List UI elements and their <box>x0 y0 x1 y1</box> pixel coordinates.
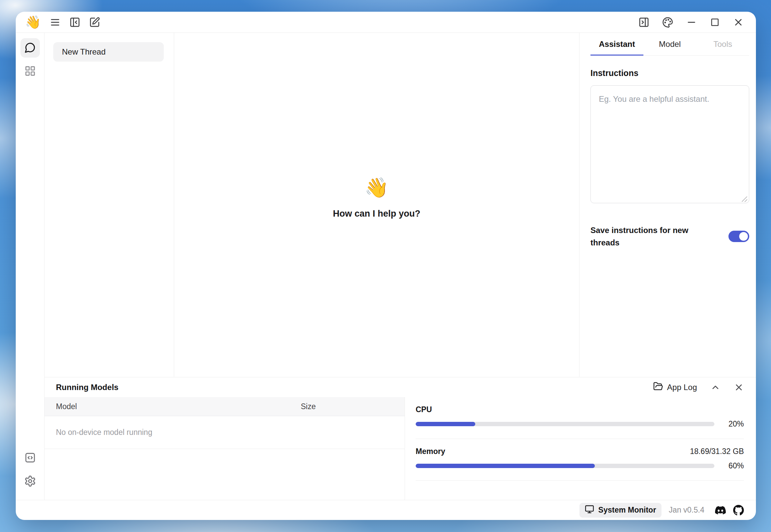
content-column: New Thread 👋 How can I help you? Assi <box>45 33 756 500</box>
cpu-progress-fill <box>416 422 475 426</box>
app-log-label: App Log <box>667 383 697 392</box>
system-monitor-content: Model Size No on-device model running <box>45 397 756 500</box>
left-rail <box>16 33 45 500</box>
tab-model[interactable]: Model <box>643 33 696 55</box>
sidebar-item-hub[interactable] <box>20 62 40 81</box>
thread-title: New Thread <box>62 47 106 57</box>
discord-icon[interactable] <box>715 505 726 516</box>
app-logo-wave-emoji: 👋 <box>25 16 41 28</box>
window-body: New Thread 👋 How can I help you? Assi <box>16 33 756 500</box>
system-monitor-header: Running Models App Log <box>45 377 756 397</box>
toggle-knob <box>739 232 748 241</box>
menu-icon[interactable] <box>50 17 61 28</box>
cpu-percent: 20% <box>714 420 744 429</box>
minimize-icon[interactable] <box>686 17 697 28</box>
cpu-bar-row: 20% <box>416 420 744 429</box>
system-monitor-actions: App Log <box>653 381 744 393</box>
upper-row: New Thread 👋 How can I help you? Assi <box>45 33 756 377</box>
tab-assistant[interactable]: Assistant <box>590 33 643 55</box>
system-monitor-button[interactable]: System Monitor <box>579 503 661 518</box>
sidebar-item-threads[interactable] <box>20 38 40 58</box>
memory-percent: 60% <box>714 461 744 470</box>
empty-message: No on-device model running <box>56 428 152 437</box>
cpu-label: CPU <box>416 405 432 414</box>
save-instructions-toggle[interactable] <box>728 231 749 242</box>
thread-list-item[interactable]: New Thread <box>53 42 164 62</box>
code-icon <box>24 452 36 464</box>
memory-value: 18.69/31.32 GB <box>690 447 744 456</box>
sidebar-item-local-api-server[interactable] <box>20 448 40 468</box>
compose-icon[interactable] <box>89 17 100 28</box>
close-panel-icon[interactable] <box>734 382 744 392</box>
resource-monitor: CPU 20% <box>405 397 756 500</box>
titlebar-left-actions <box>50 17 100 28</box>
instructions-input[interactable] <box>590 85 749 203</box>
greeting-text: How can I help you? <box>333 209 420 219</box>
collapse-panel-chevron-up-icon[interactable] <box>710 382 720 392</box>
titlebar: 👋 <box>16 12 756 33</box>
titlebar-right-actions <box>638 17 744 28</box>
memory-label: Memory <box>416 447 445 456</box>
wave-emoji: 👋 <box>364 178 389 197</box>
desktop-wallpaper: 👋 <box>0 0 771 532</box>
memory-meter: Memory 18.69/31.32 GB 60% <box>416 439 744 481</box>
memory-progress-track <box>416 464 714 468</box>
running-models-table: Model Size No on-device model running <box>45 397 405 500</box>
table-empty-row: No on-device model running <box>45 416 405 449</box>
cpu-meter: CPU 20% <box>416 397 744 439</box>
right-panel: Assistant Model Tools Instructions Save … <box>579 33 756 377</box>
app-version: Jan v0.5.4 <box>669 506 704 515</box>
sidebar-item-settings[interactable] <box>20 472 40 491</box>
memory-progress-fill <box>416 464 595 468</box>
column-header-model: Model <box>45 402 301 411</box>
github-icon[interactable] <box>733 505 744 516</box>
save-instructions-row: Save instructions for new threads <box>590 224 749 249</box>
system-monitor-label: System Monitor <box>598 506 656 515</box>
jan-app-window: 👋 <box>16 12 756 520</box>
instructions-textarea-wrap <box>590 85 749 205</box>
system-monitor-panel: Running Models App Log <box>45 377 756 500</box>
chat-bubble-icon <box>24 42 36 54</box>
chat-area: 👋 How can I help you? <box>174 33 579 377</box>
cpu-progress-track <box>416 422 714 426</box>
running-models-title: Running Models <box>56 383 119 392</box>
right-panel-tabs: Assistant Model Tools <box>590 33 749 56</box>
palette-icon[interactable] <box>662 17 673 28</box>
empty-thread-greeting: 👋 How can I help you? <box>333 178 420 219</box>
monitor-icon <box>585 505 594 516</box>
statusbar-social-icons <box>715 505 744 516</box>
memory-bar-row: 60% <box>416 461 744 470</box>
grid-icon <box>24 65 36 78</box>
memory-meter-top: Memory 18.69/31.32 GB <box>416 447 744 456</box>
folder-open-icon <box>653 381 663 393</box>
instructions-heading: Instructions <box>590 68 749 78</box>
maximize-icon[interactable] <box>710 17 720 27</box>
cpu-meter-top: CPU <box>416 405 744 414</box>
app-log-button[interactable]: App Log <box>653 381 697 393</box>
thread-list-panel: New Thread <box>45 33 174 377</box>
column-header-size: Size <box>301 402 405 411</box>
panel-left-close-icon[interactable] <box>69 17 80 28</box>
statusbar: System Monitor Jan v0.5.4 <box>16 500 756 520</box>
panel-right-close-icon[interactable] <box>638 17 649 28</box>
tab-tools[interactable]: Tools <box>696 33 749 55</box>
save-instructions-label: Save instructions for new threads <box>590 224 698 249</box>
table-header: Model Size <box>45 397 405 416</box>
close-icon[interactable] <box>733 17 744 28</box>
gear-icon <box>24 475 36 488</box>
